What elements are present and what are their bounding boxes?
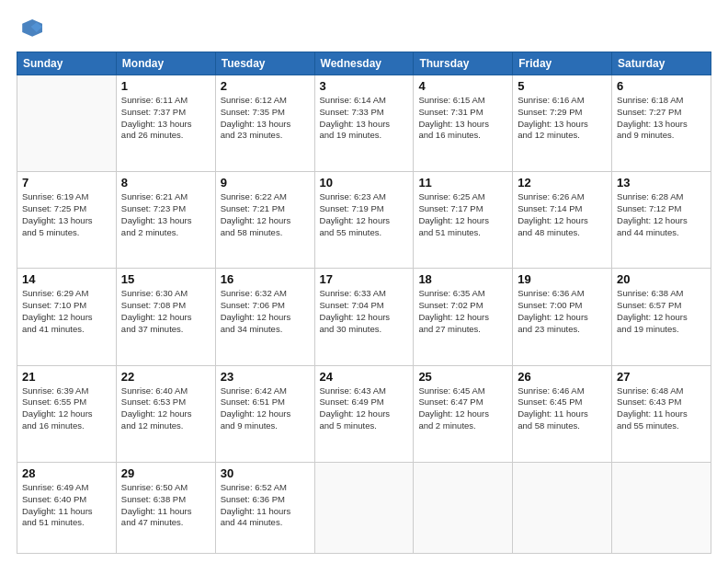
day-info: Sunrise: 6:52 AM Sunset: 6:36 PM Dayligh…: [221, 482, 310, 529]
day-number: 2: [221, 79, 310, 93]
calendar-week-row: 21Sunrise: 6:39 AM Sunset: 6:55 PM Dayli…: [17, 365, 711, 462]
day-info: Sunrise: 6:43 AM Sunset: 6:49 PM Dayligh…: [320, 385, 409, 432]
day-info: Sunrise: 6:33 AM Sunset: 7:04 PM Dayligh…: [320, 288, 409, 335]
day-info: Sunrise: 6:30 AM Sunset: 7:08 PM Dayligh…: [121, 288, 210, 335]
day-number: 27: [617, 370, 706, 384]
day-info: Sunrise: 6:18 AM Sunset: 7:27 PM Dayligh…: [617, 95, 706, 142]
calendar-cell: 14Sunrise: 6:29 AM Sunset: 7:10 PM Dayli…: [17, 269, 117, 365]
calendar-cell: 12Sunrise: 6:26 AM Sunset: 7:14 PM Dayli…: [513, 172, 612, 269]
calendar-cell: 15Sunrise: 6:30 AM Sunset: 7:08 PM Dayli…: [116, 269, 215, 365]
day-info: Sunrise: 6:48 AM Sunset: 6:43 PM Dayligh…: [617, 385, 706, 432]
calendar-cell: 23Sunrise: 6:42 AM Sunset: 6:51 PM Dayli…: [215, 365, 314, 462]
calendar-cell: 5Sunrise: 6:16 AM Sunset: 7:29 PM Daylig…: [513, 75, 612, 172]
day-info: Sunrise: 6:16 AM Sunset: 7:29 PM Dayligh…: [518, 95, 607, 142]
calendar-cell: 1Sunrise: 6:11 AM Sunset: 7:37 PM Daylig…: [116, 75, 215, 172]
calendar-cell: [17, 75, 117, 172]
day-number: 16: [221, 272, 310, 286]
header: [17, 17, 711, 42]
calendar-week-row: 1Sunrise: 6:11 AM Sunset: 7:37 PM Daylig…: [17, 75, 711, 172]
calendar-cell: 7Sunrise: 6:19 AM Sunset: 7:25 PM Daylig…: [17, 172, 117, 269]
calendar-cell: 13Sunrise: 6:28 AM Sunset: 7:12 PM Dayli…: [612, 172, 711, 269]
day-number: 21: [22, 370, 111, 384]
day-number: 5: [518, 79, 607, 93]
day-info: Sunrise: 6:46 AM Sunset: 6:45 PM Dayligh…: [518, 385, 607, 432]
calendar-cell: 9Sunrise: 6:22 AM Sunset: 7:21 PM Daylig…: [215, 172, 314, 269]
day-info: Sunrise: 6:21 AM Sunset: 7:23 PM Dayligh…: [121, 191, 210, 238]
day-info: Sunrise: 6:11 AM Sunset: 7:37 PM Dayligh…: [121, 95, 210, 142]
day-number: 1: [121, 79, 210, 93]
calendar-cell: 25Sunrise: 6:45 AM Sunset: 6:47 PM Dayli…: [414, 365, 513, 462]
page: SundayMondayTuesdayWednesdayThursdayFrid…: [0, 0, 728, 563]
day-number: 12: [518, 176, 607, 190]
day-number: 18: [418, 272, 507, 286]
day-of-week-header: Thursday: [414, 52, 513, 75]
day-number: 3: [320, 79, 409, 93]
day-info: Sunrise: 6:15 AM Sunset: 7:31 PM Dayligh…: [418, 95, 507, 142]
day-number: 11: [418, 176, 507, 190]
calendar-cell: 2Sunrise: 6:12 AM Sunset: 7:35 PM Daylig…: [215, 75, 314, 172]
day-of-week-header: Friday: [513, 52, 612, 75]
day-of-week-header: Tuesday: [215, 52, 314, 75]
calendar-cell: 11Sunrise: 6:25 AM Sunset: 7:17 PM Dayli…: [414, 172, 513, 269]
calendar-cell: 22Sunrise: 6:40 AM Sunset: 6:53 PM Dayli…: [116, 365, 215, 462]
day-number: 19: [518, 272, 607, 286]
day-number: 8: [121, 176, 210, 190]
day-info: Sunrise: 6:28 AM Sunset: 7:12 PM Dayligh…: [617, 191, 706, 238]
day-info: Sunrise: 6:36 AM Sunset: 7:00 PM Dayligh…: [518, 288, 607, 335]
day-info: Sunrise: 6:14 AM Sunset: 7:33 PM Dayligh…: [320, 95, 409, 142]
day-number: 7: [22, 176, 111, 190]
day-of-week-header: Saturday: [612, 52, 711, 75]
generalblue-logo-icon: [17, 17, 42, 42]
calendar-cell: 17Sunrise: 6:33 AM Sunset: 7:04 PM Dayli…: [314, 269, 414, 365]
calendar-header-row: SundayMondayTuesdayWednesdayThursdayFrid…: [17, 52, 711, 75]
calendar-cell: [414, 462, 513, 553]
day-number: 23: [221, 370, 310, 384]
day-of-week-header: Sunday: [17, 52, 117, 75]
day-info: Sunrise: 6:50 AM Sunset: 6:38 PM Dayligh…: [121, 482, 210, 529]
calendar-table: SundayMondayTuesdayWednesdayThursdayFrid…: [17, 52, 711, 554]
calendar-cell: [513, 462, 612, 553]
logo: [17, 17, 46, 42]
day-number: 29: [121, 466, 210, 480]
day-number: 13: [617, 176, 706, 190]
calendar-cell: 30Sunrise: 6:52 AM Sunset: 6:36 PM Dayli…: [215, 462, 314, 553]
day-number: 25: [418, 370, 507, 384]
day-info: Sunrise: 6:22 AM Sunset: 7:21 PM Dayligh…: [221, 191, 310, 238]
day-number: 30: [221, 466, 310, 480]
calendar-cell: 4Sunrise: 6:15 AM Sunset: 7:31 PM Daylig…: [414, 75, 513, 172]
day-number: 20: [617, 272, 706, 286]
day-info: Sunrise: 6:26 AM Sunset: 7:14 PM Dayligh…: [518, 191, 607, 238]
calendar-cell: 28Sunrise: 6:49 AM Sunset: 6:40 PM Dayli…: [17, 462, 117, 553]
day-info: Sunrise: 6:12 AM Sunset: 7:35 PM Dayligh…: [221, 95, 310, 142]
calendar-week-row: 28Sunrise: 6:49 AM Sunset: 6:40 PM Dayli…: [17, 462, 711, 553]
calendar-week-row: 7Sunrise: 6:19 AM Sunset: 7:25 PM Daylig…: [17, 172, 711, 269]
day-number: 6: [617, 79, 706, 93]
day-of-week-header: Monday: [116, 52, 215, 75]
calendar-cell: 24Sunrise: 6:43 AM Sunset: 6:49 PM Dayli…: [314, 365, 414, 462]
day-info: Sunrise: 6:25 AM Sunset: 7:17 PM Dayligh…: [418, 191, 507, 238]
day-info: Sunrise: 6:19 AM Sunset: 7:25 PM Dayligh…: [22, 191, 111, 238]
calendar-cell: 8Sunrise: 6:21 AM Sunset: 7:23 PM Daylig…: [116, 172, 215, 269]
calendar-cell: 18Sunrise: 6:35 AM Sunset: 7:02 PM Dayli…: [414, 269, 513, 365]
day-number: 9: [221, 176, 310, 190]
day-info: Sunrise: 6:39 AM Sunset: 6:55 PM Dayligh…: [22, 385, 111, 432]
day-info: Sunrise: 6:40 AM Sunset: 6:53 PM Dayligh…: [121, 385, 210, 432]
day-info: Sunrise: 6:42 AM Sunset: 6:51 PM Dayligh…: [221, 385, 310, 432]
day-number: 15: [121, 272, 210, 286]
day-info: Sunrise: 6:38 AM Sunset: 6:57 PM Dayligh…: [617, 288, 706, 335]
day-number: 26: [518, 370, 607, 384]
calendar-cell: 21Sunrise: 6:39 AM Sunset: 6:55 PM Dayli…: [17, 365, 117, 462]
calendar-cell: 3Sunrise: 6:14 AM Sunset: 7:33 PM Daylig…: [314, 75, 414, 172]
calendar-cell: 26Sunrise: 6:46 AM Sunset: 6:45 PM Dayli…: [513, 365, 612, 462]
calendar-cell: 27Sunrise: 6:48 AM Sunset: 6:43 PM Dayli…: [612, 365, 711, 462]
day-info: Sunrise: 6:45 AM Sunset: 6:47 PM Dayligh…: [418, 385, 507, 432]
day-number: 24: [320, 370, 409, 384]
day-number: 22: [121, 370, 210, 384]
calendar-week-row: 14Sunrise: 6:29 AM Sunset: 7:10 PM Dayli…: [17, 269, 711, 365]
calendar-cell: 6Sunrise: 6:18 AM Sunset: 7:27 PM Daylig…: [612, 75, 711, 172]
calendar-cell: [612, 462, 711, 553]
day-number: 4: [418, 79, 507, 93]
calendar-cell: 19Sunrise: 6:36 AM Sunset: 7:00 PM Dayli…: [513, 269, 612, 365]
day-number: 14: [22, 272, 111, 286]
calendar-cell: 20Sunrise: 6:38 AM Sunset: 6:57 PM Dayli…: [612, 269, 711, 365]
